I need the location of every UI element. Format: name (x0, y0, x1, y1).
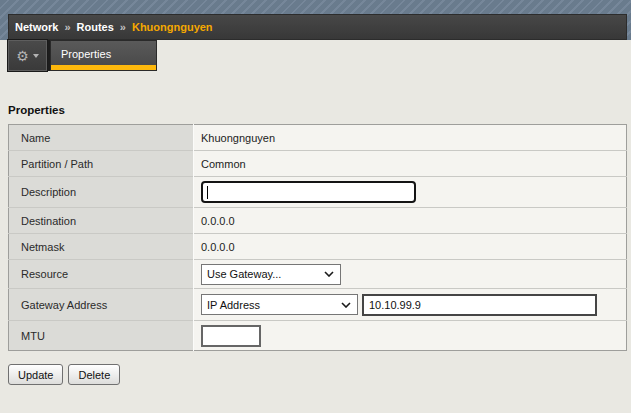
description-label: Description (9, 177, 194, 208)
netmask-value: 0.0.0.0 (194, 234, 627, 260)
table-row-mtu: MTU (9, 321, 627, 351)
chevron-down-icon (341, 302, 351, 308)
partition-label: Partition / Path (9, 151, 194, 177)
partition-value: Common (194, 151, 627, 177)
table-row-resource: Resource Use Gateway... (9, 260, 627, 289)
destination-value: 0.0.0.0 (194, 208, 627, 234)
header-stripe-band: Network » Routes » Khuongnguyen (0, 0, 631, 40)
destination-label: Destination (9, 208, 194, 234)
breadcrumb-item-network[interactable]: Network (15, 21, 58, 33)
delete-button[interactable]: Delete (68, 364, 120, 385)
gateway-type-select-value: IP Address (207, 299, 260, 311)
breadcrumb-item-current: Khuongnguyen (132, 21, 213, 33)
table-row-gateway: Gateway Address IP Address (9, 289, 627, 321)
chevron-down-icon (324, 271, 334, 277)
main-content: Properties Name Khuongnguyen Partition /… (0, 71, 631, 385)
table-row-partition: Partition / Path Common (9, 151, 627, 177)
name-label: Name (9, 125, 194, 151)
mtu-input[interactable] (201, 325, 261, 347)
resource-select[interactable]: Use Gateway... (201, 264, 341, 285)
resource-select-value: Use Gateway... (207, 268, 281, 280)
section-title: Properties (8, 104, 631, 116)
action-button-row: Update Delete (8, 364, 631, 385)
tab-bar: ⚙ Properties (8, 40, 157, 71)
breadcrumb-separator: » (120, 21, 126, 33)
text-caret (207, 186, 208, 199)
tab-properties-label: Properties (61, 48, 111, 60)
table-row-netmask: Netmask 0.0.0.0 (9, 234, 627, 260)
properties-table: Name Khuongnguyen Partition / Path Commo… (8, 124, 627, 351)
mtu-label: MTU (9, 321, 194, 351)
gateway-ip-input[interactable] (362, 294, 597, 316)
update-button[interactable]: Update (8, 364, 63, 385)
page: Network » Routes » Khuongnguyen ⚙ Proper… (0, 0, 631, 413)
active-tab-indicator (51, 65, 156, 70)
description-input[interactable] (201, 181, 416, 203)
gateway-type-select[interactable]: IP Address (201, 294, 358, 315)
table-row-destination: Destination 0.0.0.0 (9, 208, 627, 234)
table-row-name: Name Khuongnguyen (9, 125, 627, 151)
options-menu-button[interactable]: ⚙ (8, 40, 47, 71)
name-value: Khuongnguyen (194, 125, 627, 151)
gear-icon: ⚙ (16, 49, 29, 63)
chevron-down-icon (33, 54, 39, 58)
breadcrumb-separator: » (64, 21, 70, 33)
tab-properties[interactable]: Properties (50, 40, 157, 71)
resource-label: Resource (9, 260, 194, 289)
table-row-description: Description (9, 177, 627, 208)
breadcrumb: Network » Routes » Khuongnguyen (8, 14, 627, 40)
netmask-label: Netmask (9, 234, 194, 260)
gateway-label: Gateway Address (9, 289, 194, 321)
breadcrumb-item-routes[interactable]: Routes (77, 21, 114, 33)
